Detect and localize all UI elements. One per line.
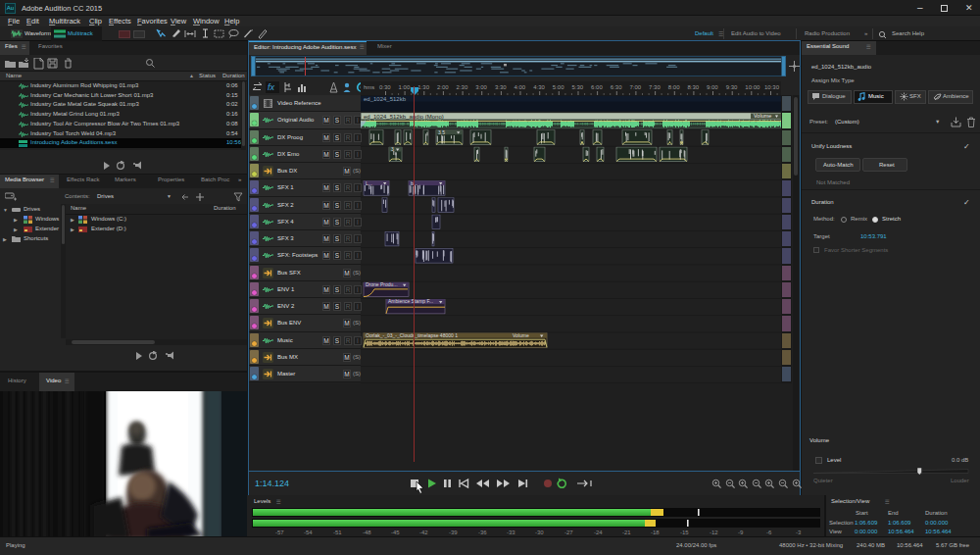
svg-text:ed_1024_512kb: ed_1024_512kb — [364, 96, 407, 102]
svg-text:fx: fx — [268, 82, 275, 92]
svg-text:Volume: Volume — [513, 332, 529, 338]
svg-text:3,5: 3,5 — [438, 129, 445, 135]
svg-text:Ambience Stamp F...: Ambience Stamp F... — [388, 298, 433, 304]
svg-text:L...: L... — [366, 180, 372, 186]
svg-text:Oorlak_-_03_-_Clouds_timelapse: Oorlak_-_03_-_Clouds_timelapse 48000 1 — [366, 332, 458, 338]
svg-text:Volume: Volume — [754, 113, 771, 119]
svg-text:Drone Produ...: Drone Produ... — [366, 281, 398, 287]
svg-text:ed_1024_512kb_audio (Mono): ed_1024_512kb_audio (Mono) — [364, 114, 444, 120]
